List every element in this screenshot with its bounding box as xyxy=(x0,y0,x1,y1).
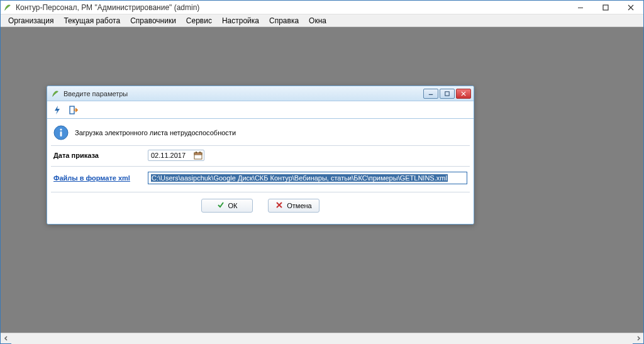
dialog-title: Введите параметры xyxy=(64,90,128,97)
menubar: Организация Текущая работа Справочники С… xyxy=(1,14,643,27)
app-icon xyxy=(3,3,12,12)
calendar-icon[interactable] xyxy=(194,151,203,160)
horizontal-scrollbar[interactable] xyxy=(1,333,643,343)
ok-label: ОК xyxy=(228,202,238,209)
lightning-icon[interactable] xyxy=(51,104,64,116)
xml-path-field[interactable]: C:\Users\aasipchuk\Google Диск\СКБ Конту… xyxy=(148,172,467,184)
svg-rect-3 xyxy=(445,91,449,95)
svg-rect-9 xyxy=(194,153,202,155)
menu-item[interactable]: Справочники xyxy=(125,15,181,26)
dialog-close-button[interactable] xyxy=(456,89,471,99)
menu-item[interactable]: Текущая работа xyxy=(58,15,125,26)
svg-rect-2 xyxy=(429,94,433,94)
main-titlebar: Контур-Персонал, РМ "Администрирование" … xyxy=(1,1,643,14)
menu-item[interactable]: Справка xyxy=(264,15,304,26)
main-titlebar-left: Контур-Персонал, РМ "Администрирование" … xyxy=(3,3,199,12)
dialog-icon xyxy=(51,89,60,98)
svg-point-6 xyxy=(60,128,62,130)
svg-rect-10 xyxy=(196,152,197,153)
menu-item[interactable]: Окна xyxy=(304,15,331,26)
menu-item[interactable]: Сервис xyxy=(181,15,217,26)
close-button[interactable] xyxy=(618,1,643,14)
info-text: Загрузка электронного листа нетрудоспосо… xyxy=(75,129,236,136)
files-label-link[interactable]: Файлы в формате xml xyxy=(53,174,148,182)
dialog-button-bar: ОК Отмена xyxy=(51,192,470,220)
dialog-toolbar xyxy=(47,101,474,119)
info-row: Загрузка электронного листа нетрудоспосо… xyxy=(51,123,470,146)
date-input[interactable] xyxy=(150,151,189,160)
maximize-button[interactable] xyxy=(593,1,618,14)
workspace: Введите параметры xyxy=(1,27,643,333)
dialog-maximize-button[interactable] xyxy=(440,89,455,99)
menu-item[interactable]: Настройка xyxy=(217,15,264,26)
cancel-button[interactable]: Отмена xyxy=(268,199,319,213)
ok-button[interactable]: ОК xyxy=(201,199,253,213)
dialog-titlebar[interactable]: Введите параметры xyxy=(47,86,474,101)
separator xyxy=(51,166,470,167)
dialog-minimize-button[interactable] xyxy=(423,89,438,99)
menu-item[interactable]: Организация xyxy=(3,15,58,26)
scroll-right-arrow[interactable] xyxy=(633,333,643,344)
main-window: Контур-Персонал, РМ "Администрирование" … xyxy=(0,0,644,344)
cross-icon xyxy=(275,201,283,210)
info-icon xyxy=(53,125,69,140)
check-icon xyxy=(217,201,225,210)
minimize-button[interactable] xyxy=(568,1,593,14)
date-field[interactable] xyxy=(148,150,204,161)
svg-rect-0 xyxy=(578,8,583,8)
files-row: Файлы в формате xml C:\Users\aasipchuk\G… xyxy=(51,168,470,188)
parameters-dialog: Введите параметры xyxy=(47,86,474,225)
svg-rect-11 xyxy=(199,152,201,153)
date-row: Дата приказа xyxy=(51,146,470,165)
svg-rect-1 xyxy=(603,5,608,10)
window-controls xyxy=(568,1,643,14)
xml-path-value: C:\Users\aasipchuk\Google Диск\СКБ Конту… xyxy=(151,174,448,182)
exit-icon[interactable] xyxy=(67,104,80,116)
svg-rect-4 xyxy=(70,106,74,114)
cancel-label: Отмена xyxy=(287,202,311,209)
main-window-title: Контур-Персонал, РМ "Администрирование" … xyxy=(16,3,199,12)
date-label: Дата приказа xyxy=(53,152,148,159)
scroll-track[interactable] xyxy=(11,333,633,344)
svg-rect-7 xyxy=(60,131,62,136)
scroll-left-arrow[interactable] xyxy=(1,333,11,344)
